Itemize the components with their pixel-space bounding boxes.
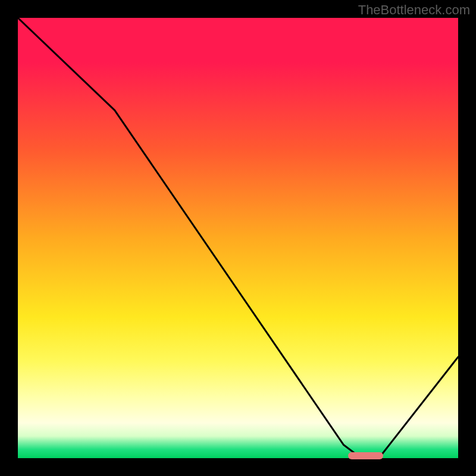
bottleneck-curve — [18, 18, 458, 458]
curve-overlay — [18, 18, 458, 458]
optimal-marker — [348, 452, 383, 459]
gradient-plot-area — [18, 18, 458, 458]
watermark-label: TheBottleneck.com — [358, 2, 470, 18]
